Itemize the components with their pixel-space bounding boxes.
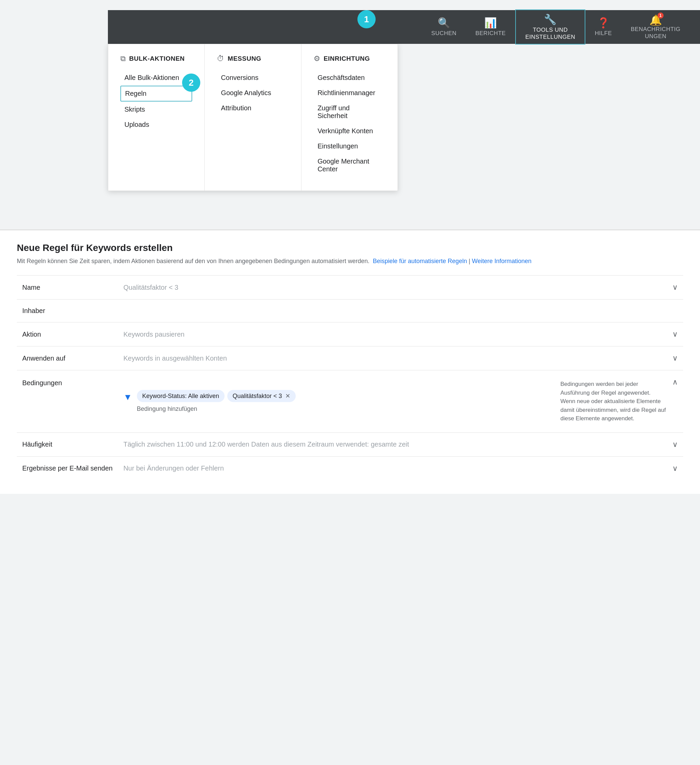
- dropdown-col-messung: ⏱ MESSUNG Conversions Google Analytics A…: [204, 44, 301, 190]
- chevron-down-icon-2: ∨: [672, 330, 678, 338]
- menu-alle-bulk[interactable]: Alle Bulk-Aktionen: [120, 71, 192, 85]
- value-ergebnisse[interactable]: Nur bei Änderungen oder Fehlern: [118, 456, 555, 480]
- chip-close-icon[interactable]: ✕: [285, 392, 290, 400]
- settings-icon: ⚙: [314, 54, 320, 63]
- value-aktion[interactable]: Keywords pausieren: [118, 323, 555, 346]
- form-row-inhaber: Inhaber: [17, 299, 683, 323]
- form-row-name: Name Qualitätsfaktor < 3 ∨: [17, 275, 683, 299]
- form-row-aktion: Aktion Keywords pausieren ∨: [17, 323, 683, 346]
- form-row-bedingungen: Bedingungen ▼ Keyword-Status: Alle aktiv…: [17, 370, 683, 433]
- wrench-icon: 🔧: [544, 14, 556, 25]
- bedingungen-content: ▼ Keyword-Status: Alle aktiven Qualitäts…: [123, 390, 550, 412]
- form-row-anwenden: Anwenden auf Keywords in ausgewählten Ko…: [17, 346, 683, 370]
- chart-icon: 📊: [484, 17, 497, 29]
- form-row-ergebnisse: Ergebnisse per E-Mail senden Nur bei Änd…: [17, 456, 683, 480]
- chevron-anwenden[interactable]: ∨: [555, 346, 683, 370]
- chevron-inhaber: [555, 299, 683, 323]
- chips-and-add: Keyword-Status: Alle aktiven Qualitätsfa…: [137, 390, 299, 412]
- form-description: Mit Regeln können Sie Zeit sparen, indem…: [17, 257, 683, 266]
- chip-qualitaetsfaktor: Qualitätsfaktor < 3 ✕: [227, 390, 296, 402]
- chevron-down-icon-4: ∨: [672, 440, 678, 449]
- step-bubble-1: 1: [357, 10, 376, 28]
- filter-icon: ▼: [123, 392, 132, 402]
- value-inhaber[interactable]: [118, 299, 555, 323]
- label-name: Name: [17, 275, 118, 299]
- dropdown-menu: ⧉ BULK-AKTIONEN Alle Bulk-Aktionen Regel…: [108, 44, 398, 191]
- value-anwenden[interactable]: Keywords in ausgewählten Konten: [118, 346, 555, 370]
- menu-uploads[interactable]: Uploads: [120, 117, 192, 132]
- help-icon: ❓: [597, 17, 610, 29]
- menu-google-merchant[interactable]: Google Merchant Center: [314, 154, 385, 176]
- menu-skripts[interactable]: Skripts: [120, 102, 192, 117]
- label-haeufigkeit: Häufigkeit: [17, 433, 118, 456]
- menu-google-analytics[interactable]: Google Analytics: [217, 86, 289, 100]
- collapse-icon[interactable]: ∧: [672, 378, 678, 387]
- link-weitere-infos[interactable]: Weitere Informationen: [472, 258, 532, 264]
- menu-verknuepfte-konten[interactable]: Verknüpfte Konten: [314, 124, 385, 138]
- label-ergebnisse: Ergebnisse per E-Mail senden: [17, 456, 118, 480]
- dropdown-col-einrichtung: ⚙ EINRICHTUNG Geschäftsdaten Richtlinien…: [302, 44, 398, 190]
- value-name[interactable]: Qualitätsfaktor < 3: [118, 275, 555, 299]
- label-aktion: Aktion: [17, 323, 118, 346]
- menu-regeln[interactable]: Regeln: [120, 86, 192, 102]
- chevron-haeufigkeit[interactable]: ∨: [555, 433, 683, 456]
- copy-icon: ⧉: [120, 54, 126, 63]
- nav-hilfe[interactable]: ❓ HILFE: [585, 14, 621, 40]
- chevron-down-icon-5: ∨: [672, 464, 678, 472]
- form-area: Neue Regel für Keywords erstellen Mit Re…: [0, 229, 700, 494]
- bedingungen-note: Bedingungen werden bei jeder Ausführung …: [560, 378, 667, 425]
- col-header-bulk: ⧉ BULK-AKTIONEN: [120, 54, 192, 63]
- nav-berichte[interactable]: 📊 BERICHTE: [466, 14, 515, 40]
- chevron-name[interactable]: ∨: [555, 275, 683, 299]
- dropdown-col-bulk: ⧉ BULK-AKTIONEN Alle Bulk-Aktionen Regel…: [108, 44, 204, 190]
- timer-icon: ⏱: [217, 54, 224, 63]
- menu-richtlinienmanager[interactable]: Richtlinienmanager: [314, 86, 385, 100]
- col-header-messung: ⏱ MESSUNG: [217, 54, 289, 63]
- bedingungen-note-cell: Bedingungen werden bei jeder Ausführung …: [555, 370, 683, 433]
- add-condition-link[interactable]: Bedingung hinzufügen: [137, 405, 299, 412]
- form-table: Name Qualitätsfaktor < 3 ∨ Inhaber Aktio…: [17, 275, 683, 480]
- top-nav: 🔍 SUCHEN 📊 BERICHTE 🔧 TOOLS UND EINSTELL…: [108, 10, 700, 44]
- chevron-aktion[interactable]: ∨: [555, 323, 683, 346]
- menu-einstellungen[interactable]: Einstellungen: [314, 139, 385, 153]
- label-inhaber: Inhaber: [17, 299, 118, 323]
- chip-keyword-status: Keyword-Status: Alle aktiven: [137, 390, 225, 402]
- menu-attribution[interactable]: Attribution: [217, 101, 289, 115]
- notification-badge: 🔔 1: [650, 14, 662, 26]
- chevron-down-icon: ∨: [672, 283, 678, 291]
- value-bedingungen: ▼ Keyword-Status: Alle aktiven Qualitäts…: [118, 370, 555, 433]
- value-haeufigkeit[interactable]: Täglich zwischen 11:00 und 12:00 werden …: [118, 433, 555, 456]
- form-title: Neue Regel für Keywords erstellen: [17, 242, 683, 253]
- menu-geschaeftsdaten[interactable]: Geschäftsdaten: [314, 71, 385, 85]
- form-row-haeufigkeit: Häufigkeit Täglich zwischen 11:00 und 12…: [17, 433, 683, 456]
- menu-conversions[interactable]: Conversions: [217, 71, 289, 85]
- nav-tools[interactable]: 🔧 TOOLS UND EINSTELLUNGEN: [515, 9, 585, 44]
- label-bedingungen: Bedingungen: [17, 370, 118, 433]
- label-anwenden: Anwenden auf: [17, 346, 118, 370]
- chevron-ergebnisse[interactable]: ∨: [555, 456, 683, 480]
- step-bubble-2: 2: [182, 74, 200, 92]
- nav-suchen[interactable]: 🔍 SUCHEN: [422, 14, 466, 40]
- chevron-down-icon-3: ∨: [672, 354, 678, 362]
- nav-benachrichtigungen[interactable]: 🔔 1 BENACHRICHTIG UNGEN: [621, 11, 690, 43]
- search-icon: 🔍: [438, 17, 450, 29]
- col-header-einrichtung: ⚙ EINRICHTUNG: [314, 54, 385, 63]
- menu-zugriff-sicherheit[interactable]: Zugriff und Sicherheit: [314, 101, 385, 123]
- chips-area: Keyword-Status: Alle aktiven Qualitätsfa…: [137, 390, 299, 402]
- link-beispiele[interactable]: Beispiele für automatisierte Regeln: [373, 258, 467, 264]
